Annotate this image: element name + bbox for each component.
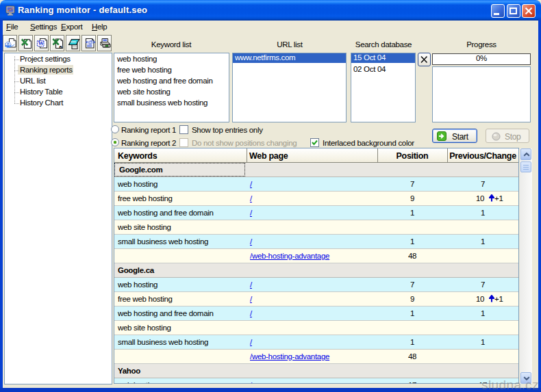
svg-text:W: W — [38, 40, 45, 47]
svg-text:<@>: <@> — [86, 40, 95, 44]
